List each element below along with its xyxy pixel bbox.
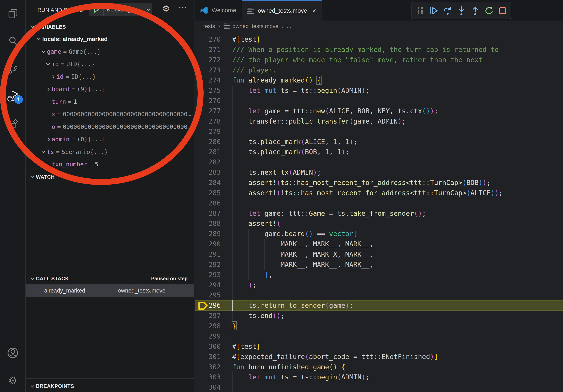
chevron-right-icon[interactable] — [46, 138, 50, 141]
code-line[interactable]: 280 ts.place_mark(ALICE, 1, 1); — [195, 137, 563, 147]
line-number[interactable]: 303 — [195, 372, 221, 382]
code-line[interactable]: 299 — [195, 331, 563, 341]
line-number[interactable]: 300 — [195, 341, 221, 352]
close-icon[interactable]: × — [312, 7, 316, 15]
code-line[interactable]: 288 assert!( — [195, 219, 563, 229]
variable-row[interactable]: txn_number=5 — [26, 158, 194, 171]
code-line[interactable]: 281 ts.place_mark(BOB, 1, 1); — [195, 147, 563, 157]
variables-section-header[interactable]: VARIABLES — [26, 22, 194, 32]
variable-row[interactable]: turn=1 — [26, 95, 194, 108]
code-line[interactable]: 293 ], — [195, 270, 563, 280]
code-line[interactable]: 275 let mut ts = ts::begin(ADMIN); — [195, 85, 563, 96]
call-stack-section-header[interactable]: CALL STACK Paused on step — [26, 273, 194, 284]
account-icon[interactable] — [0, 343, 26, 363]
step-over-button[interactable] — [442, 5, 453, 16]
code-line[interactable]: 286 — [195, 198, 563, 209]
line-number[interactable]: 299 — [195, 331, 221, 341]
line-number[interactable]: 295 — [195, 290, 221, 301]
variable-row[interactable]: x=00000000000000000000000000000000000000… — [26, 108, 194, 121]
run-and-debug-icon[interactable]: 1 — [0, 86, 26, 106]
line-number[interactable]: 302 — [195, 362, 221, 372]
variable-row[interactable]: id=UID{...} — [26, 58, 194, 70]
breadcrumb-item-symbol[interactable]: ... — [287, 23, 291, 29]
stop-button[interactable] — [497, 5, 508, 16]
breadcrumb-item-file[interactable]: owned_tests.move — [232, 23, 278, 29]
code-line[interactable]: 294 ); — [195, 280, 563, 290]
code-line[interactable]: 292 MARK__, MARK__, MARK__, — [195, 260, 563, 270]
line-number[interactable]: 273 — [195, 65, 221, 75]
call-stack-frame-row[interactable]: already_marked owned_tests.move — [26, 284, 194, 297]
code-line[interactable]: 303 let mut ts = ts::begin(ADMIN); — [195, 372, 563, 382]
line-number[interactable]: 278 — [195, 116, 221, 127]
code-line[interactable]: 287 let game: ttt::Game = ts.take_from_s… — [195, 209, 563, 219]
line-number[interactable]: 290 — [195, 239, 221, 249]
code-line[interactable]: 302fun burn_unfinished_game() { — [195, 362, 563, 372]
variable-row[interactable]: game=Game{...} — [26, 45, 194, 58]
line-number[interactable]: 293 — [195, 270, 221, 280]
code-line[interactable]: 289 game.board() == vector[ — [195, 229, 563, 239]
chevron-right-icon[interactable] — [46, 87, 50, 91]
chevron-down-icon[interactable] — [46, 62, 50, 65]
line-number[interactable]: 270 — [195, 34, 221, 45]
line-number[interactable]: 289 — [195, 229, 221, 239]
variable-row[interactable]: board=(9)[...] — [26, 83, 194, 95]
step-out-button[interactable] — [470, 5, 481, 16]
code-line[interactable]: 297 ts.end(); — [195, 311, 563, 321]
code-line[interactable]: 279 — [195, 127, 563, 137]
code-line[interactable]: 273/// player. — [195, 65, 563, 75]
tab-owned-tests-move[interactable]: owned_tests.move × — [242, 0, 322, 21]
line-number[interactable]: 288 — [195, 219, 221, 229]
chevron-right-icon[interactable] — [51, 75, 54, 78]
code-line[interactable]: 282 — [195, 157, 563, 167]
tab-welcome[interactable]: Welcome — [195, 0, 242, 21]
breadcrumb-item-tests[interactable]: tests — [203, 23, 215, 29]
code-line[interactable]: 283 ts.next_tx(ADMIN); — [195, 167, 563, 178]
line-number[interactable]: 298 — [195, 321, 221, 331]
line-number[interactable]: 274 — [195, 75, 221, 85]
start-debug-icon[interactable] — [89, 3, 103, 16]
code-line[interactable]: 285 assert!(!ts::has_most_recent_for_add… — [195, 188, 563, 198]
code-line[interactable]: 272/// the player who made the "false" m… — [195, 55, 563, 65]
line-number[interactable]: 272 — [195, 55, 221, 65]
line-number[interactable]: 279 — [195, 127, 221, 137]
line-number[interactable]: 304 — [195, 382, 221, 392]
chevron-down-icon[interactable] — [37, 37, 40, 40]
line-number[interactable]: 280 — [195, 137, 221, 147]
code-line[interactable]: 291 MARK__, MARK_X, MARK__, — [195, 249, 563, 260]
code-line[interactable]: 274fun already_marked() { — [195, 75, 563, 85]
step-into-button[interactable] — [456, 5, 467, 16]
line-number[interactable]: 284 — [195, 178, 221, 188]
debug-config-dropdown[interactable]: No Configur — [89, 3, 152, 16]
code-line[interactable]: 271/// When a position is already marked… — [195, 45, 563, 55]
line-number[interactable]: 297 — [195, 311, 221, 321]
code-line[interactable]: 290 MARK__, MARK__, MARK__, — [195, 239, 563, 249]
line-number[interactable]: 276 — [195, 96, 221, 106]
code-line[interactable]: 278 transfer::public_transfer(game, ADMI… — [195, 116, 563, 127]
variable-row[interactable]: o=00000000000000000000000000000000000000… — [26, 121, 194, 133]
line-number[interactable]: 292 — [195, 260, 221, 270]
line-number[interactable]: 294 — [195, 280, 221, 290]
variable-row[interactable]: id=ID{...} — [26, 70, 194, 83]
line-number[interactable]: 287 — [195, 209, 221, 219]
variable-row[interactable]: admin=(0)[...] — [26, 133, 194, 146]
line-number[interactable]: 282 — [195, 157, 221, 167]
search-icon[interactable] — [0, 31, 26, 51]
drag-grip-icon[interactable] — [415, 5, 426, 16]
code-line[interactable]: 300#[test] — [195, 341, 563, 352]
more-actions-icon[interactable]: ⋯ — [178, 1, 187, 12]
code-line[interactable]: 298} — [195, 321, 563, 331]
line-number[interactable]: 281 — [195, 147, 221, 157]
continue-button[interactable] — [428, 5, 439, 16]
line-number[interactable]: 285 — [195, 188, 221, 198]
chevron-down-icon[interactable] — [41, 149, 45, 153]
line-number[interactable]: 275 — [195, 85, 221, 96]
line-number[interactable]: 286 — [195, 198, 221, 209]
line-number[interactable]: 283 — [195, 167, 221, 178]
code-line[interactable]: 270#[test] — [195, 34, 563, 45]
line-number[interactable]: 277 — [195, 106, 221, 116]
line-number[interactable]: 291 — [195, 249, 221, 260]
code-line[interactable]: 301#[expected_failure(abort_code = ttt::… — [195, 352, 563, 362]
explorer-icon[interactable] — [0, 4, 26, 24]
current-debug-line[interactable]: 296 ts.return_to_sender(game); — [195, 301, 563, 311]
variable-row[interactable]: locals: already_marked — [26, 33, 194, 45]
